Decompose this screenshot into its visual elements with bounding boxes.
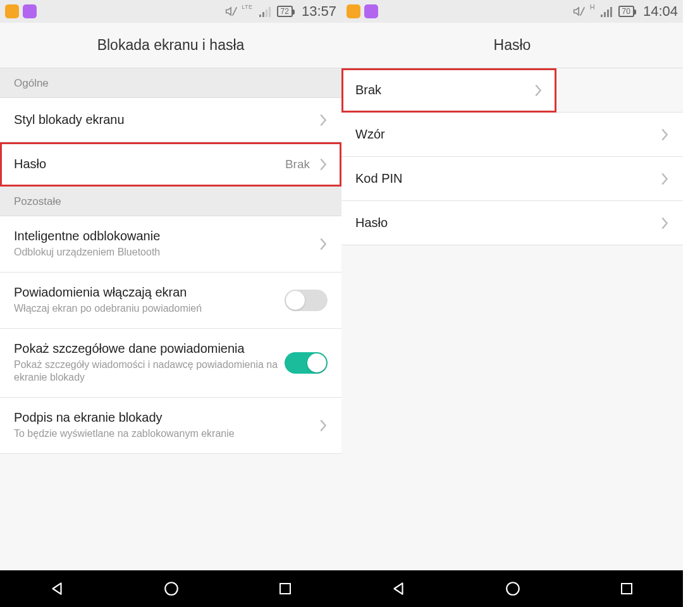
screen-password-type: H 70 14:04 Hasło Brak Wzór Kod PIN Has <box>341 0 683 607</box>
svg-line-7 <box>580 7 584 15</box>
network-type: LTE <box>242 4 252 10</box>
row-lock-style[interactable]: Styl blokady ekranu <box>0 98 341 142</box>
chevron-right-icon <box>660 172 669 186</box>
page-title: Hasło <box>494 37 531 54</box>
row-notif-detail[interactable]: Pokaż szczegółowe dane powiadomienia Pok… <box>0 329 341 398</box>
battery-icon: 70 <box>618 6 634 17</box>
signal-icon <box>601 6 613 17</box>
row-title: Pokaż szczegółowe dane powiadomienia <box>14 341 285 356</box>
chevron-right-icon <box>319 237 328 251</box>
status-bar: H 70 14:04 <box>341 0 683 23</box>
svg-rect-11 <box>610 7 612 17</box>
notification-app-icon <box>5 4 19 18</box>
nav-bar <box>341 570 683 607</box>
section-other: Pozostałe <box>0 187 341 216</box>
svg-point-5 <box>165 582 178 595</box>
svg-line-0 <box>233 7 237 15</box>
chevron-right-icon <box>534 83 543 97</box>
row-subtitle: Włączaj ekran po odebraniu powiadomień <box>14 302 285 316</box>
notification-app-icon <box>23 4 37 18</box>
svg-rect-1 <box>259 15 261 17</box>
chevron-right-icon <box>660 128 669 142</box>
svg-rect-2 <box>262 12 264 17</box>
nav-back-button[interactable] <box>49 580 65 597</box>
row-subtitle: Pokaż szczegóły wiadomości i nadawcę pow… <box>14 359 285 385</box>
row-subtitle: Odblokuj urządzeniem Bluetooth <box>14 246 319 259</box>
row-title: Powiadomienia włączają ekran <box>14 285 285 300</box>
nav-back-button[interactable] <box>390 580 407 597</box>
toggle-notif-wake[interactable] <box>285 290 328 311</box>
password-options-list: Brak Wzór Kod PIN Hasło <box>341 68 683 570</box>
row-option-pattern[interactable]: Wzór <box>341 113 683 157</box>
clock: 14:04 <box>643 3 678 20</box>
battery-icon: 72 <box>277 6 293 17</box>
nav-home-button[interactable] <box>163 580 180 597</box>
nav-bar <box>0 570 341 607</box>
row-option-password[interactable]: Hasło <box>341 201 683 245</box>
section-general: Ogólne <box>0 68 341 98</box>
mute-icon <box>225 5 238 18</box>
notification-app-icon <box>347 4 360 18</box>
svg-rect-3 <box>266 9 267 17</box>
battery-level: 72 <box>277 6 293 17</box>
svg-point-12 <box>507 582 519 595</box>
header: Hasło <box>341 23 683 68</box>
row-title: Hasło <box>14 157 285 171</box>
settings-list: Ogólne Styl blokady ekranu Hasło Brak Po… <box>0 68 341 570</box>
screen-lock-settings: LTE 72 13:57 Blokada ekranu i hasła Ogól… <box>0 0 341 607</box>
page-title: Blokada ekranu i hasła <box>97 37 245 54</box>
row-smart-unlock[interactable]: Inteligentne odblokowanie Odblokuj urząd… <box>0 216 341 273</box>
toggle-notif-detail[interactable] <box>285 352 328 374</box>
svg-rect-13 <box>622 584 632 594</box>
chevron-right-icon <box>319 419 328 432</box>
mute-icon <box>573 5 586 18</box>
network-type: H <box>590 3 595 11</box>
row-title: Podpis na ekranie blokady <box>14 410 319 425</box>
status-bar: LTE 72 13:57 <box>0 0 341 23</box>
clock: 13:57 <box>302 3 336 20</box>
svg-rect-8 <box>601 15 603 17</box>
svg-rect-10 <box>607 9 609 17</box>
chevron-right-icon <box>660 216 669 230</box>
row-notif-wake[interactable]: Powiadomienia włączają ekran Włączaj ekr… <box>0 273 341 329</box>
svg-rect-9 <box>604 12 606 17</box>
svg-rect-4 <box>269 7 271 17</box>
header: Blokada ekranu i hasła <box>0 23 341 68</box>
row-password[interactable]: Hasło Brak <box>0 142 341 187</box>
row-title: Styl blokady ekranu <box>14 113 319 127</box>
row-title: Brak <box>355 83 543 97</box>
row-title: Hasło <box>355 216 660 230</box>
nav-home-button[interactable] <box>505 580 521 597</box>
chevron-right-icon <box>319 157 328 171</box>
svg-rect-6 <box>280 584 290 594</box>
nav-recent-button[interactable] <box>619 581 634 596</box>
row-option-pin[interactable]: Kod PIN <box>341 157 683 201</box>
row-subtitle: To będzie wyświetlane na zablokowanym ek… <box>14 427 319 441</box>
row-title: Kod PIN <box>355 171 660 186</box>
row-option-none[interactable]: Brak <box>341 68 556 113</box>
notification-app-icon <box>364 4 378 18</box>
row-lock-signature[interactable]: Podpis na ekranie blokady To będzie wyśw… <box>0 398 341 454</box>
signal-icon <box>259 6 272 17</box>
row-title: Wzór <box>355 127 660 142</box>
row-title: Inteligentne odblokowanie <box>14 229 319 243</box>
row-value: Brak <box>285 157 310 171</box>
battery-level: 70 <box>618 6 634 17</box>
nav-recent-button[interactable] <box>278 581 293 596</box>
chevron-right-icon <box>319 113 328 127</box>
